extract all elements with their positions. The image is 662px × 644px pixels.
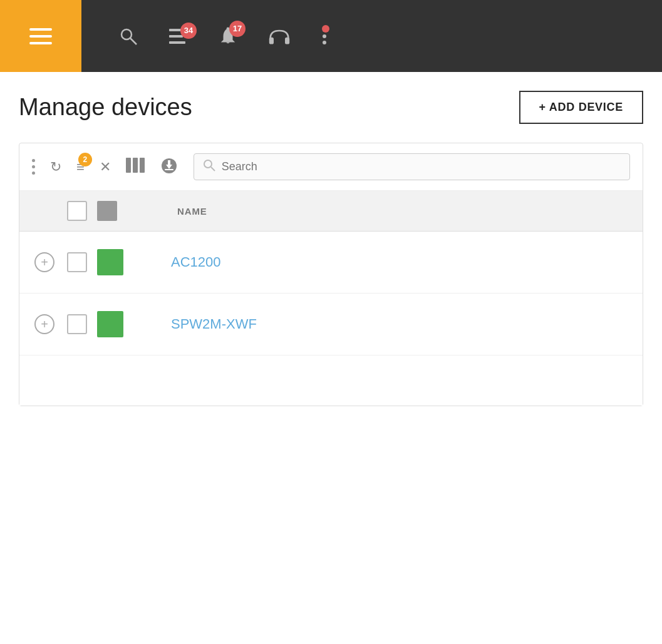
table-toolbar: ↻ ≡ 2 ✕ [19,143,643,191]
svg-rect-7 [285,37,289,44]
queue-badge: 34 [180,23,197,39]
page-header: Manage devices + ADD DEVICE [19,91,643,124]
clear-filter-button[interactable]: ✕ [100,159,111,175]
hamburger-icon [29,28,52,44]
app-header: 34 17 [0,0,662,72]
filter-button[interactable]: ≡ 2 [76,159,85,175]
svg-point-10 [323,41,326,44]
table-row: + AC1200 [19,232,643,294]
menu-button[interactable] [0,0,81,72]
queue-button[interactable]: 34 [169,29,188,44]
columns-icon [126,158,145,176]
svg-rect-12 [133,158,138,173]
svg-rect-6 [269,37,274,44]
download-button[interactable] [160,155,178,178]
header-color-block [97,201,117,221]
header-checkbox[interactable] [67,201,87,221]
table-row-partial [19,355,643,406]
close-icon: ✕ [100,159,111,175]
svg-rect-11 [126,158,131,173]
svg-point-0 [122,29,132,39]
more-options-button[interactable] [322,28,327,45]
svg-line-1 [130,38,137,44]
svg-point-9 [323,34,326,38]
search-box [194,153,630,180]
filter-badge: 2 [78,153,92,166]
page-title: Manage devices [19,94,192,121]
row-color-block [97,249,123,275]
add-device-button[interactable]: + ADD DEVICE [519,91,644,124]
device-name-link[interactable]: AC1200 [133,254,630,270]
search-input[interactable] [222,160,621,173]
vertical-dots-icon [32,159,35,175]
devices-table: ↻ ≡ 2 ✕ [19,143,643,406]
header-search-button[interactable] [119,27,138,46]
notifications-button[interactable]: 17 [219,27,237,46]
search-icon [119,27,138,46]
columns-button[interactable] [126,158,145,176]
page-content: Manage devices + ADD DEVICE ↻ ≡ 2 ✕ [0,72,662,406]
table-header-row: NAME [19,191,643,232]
refresh-button[interactable]: ↻ [50,159,61,175]
svg-rect-3 [169,35,183,38]
expand-button[interactable]: + [32,314,57,334]
svg-rect-16 [168,160,170,165]
notifications-badge: 17 [229,21,246,37]
svg-rect-4 [169,41,185,44]
headphones-button[interactable] [268,27,291,46]
table-row: + SPW2M-XWF [19,294,643,355]
row-color-block [97,311,123,337]
expand-circle-icon: + [34,314,54,334]
column-name-header: NAME [127,206,630,217]
refresh-icon: ↻ [50,159,61,175]
svg-rect-13 [140,158,145,173]
header-actions: 34 17 [119,27,327,46]
more-actions-button[interactable] [32,159,35,175]
svg-line-19 [211,167,215,171]
row-checkbox[interactable] [67,252,87,272]
svg-rect-17 [165,169,173,170]
expand-button[interactable]: + [32,252,57,272]
expand-circle-icon: + [34,252,54,272]
headphones-icon [268,27,291,46]
svg-point-18 [204,160,212,168]
row-checkbox[interactable] [67,314,87,334]
dot-badge [322,25,329,33]
download-icon [160,155,178,178]
search-mag-icon [203,159,215,175]
device-name-link[interactable]: SPW2M-XWF [133,316,630,332]
